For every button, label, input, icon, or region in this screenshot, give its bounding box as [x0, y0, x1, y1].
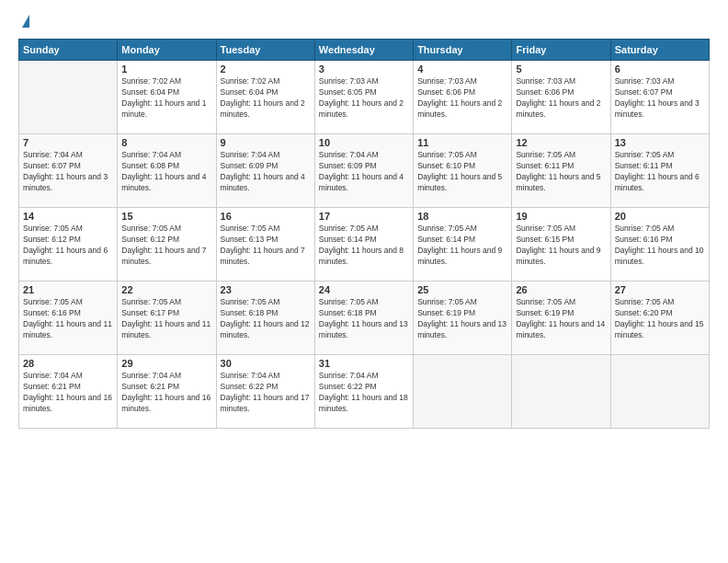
sunrise-text: Sunrise: 7:05 AM — [516, 150, 606, 161]
daylight-text: Daylight: 11 hours and 17 minutes. — [221, 393, 311, 415]
day-number: 5 — [516, 63, 606, 75]
day-number: 15 — [121, 211, 211, 222]
sunrise-text: Sunrise: 7:05 AM — [319, 224, 409, 235]
calendar-cell: 8 Sunrise: 7:04 AM Sunset: 6:08 PM Dayli… — [118, 134, 216, 208]
day-number: 30 — [221, 358, 311, 369]
calendar-cell: 5 Sunrise: 7:03 AM Sunset: 6:06 PM Dayli… — [512, 61, 610, 134]
calendar-cell — [19, 61, 118, 134]
sunset-text: Sunset: 6:09 PM — [221, 161, 311, 172]
daylight-text: Daylight: 11 hours and 5 minutes. — [417, 172, 507, 194]
calendar-cell: 25 Sunrise: 7:05 AM Sunset: 6:19 PM Dayl… — [414, 282, 512, 355]
day-number: 11 — [417, 137, 507, 148]
day-number: 20 — [615, 211, 705, 222]
sunset-text: Sunset: 6:13 PM — [221, 235, 311, 246]
day-info: Sunrise: 7:05 AM Sunset: 6:19 PM Dayligh… — [516, 297, 606, 341]
day-number: 1 — [121, 63, 211, 75]
sunset-text: Sunset: 6:22 PM — [319, 382, 409, 393]
daylight-text: Daylight: 11 hours and 4 minutes. — [121, 172, 211, 194]
weekday-header-row: SundayMondayTuesdayWednesdayThursdayFrid… — [19, 40, 710, 61]
day-number: 29 — [121, 358, 211, 369]
day-info: Sunrise: 7:05 AM Sunset: 6:13 PM Dayligh… — [221, 224, 311, 268]
day-number: 21 — [23, 284, 113, 295]
daylight-text: Daylight: 11 hours and 3 minutes. — [23, 172, 113, 194]
page: SundayMondayTuesdayWednesdayThursdayFrid… — [0, 0, 728, 563]
sunset-text: Sunset: 6:07 PM — [615, 87, 705, 98]
day-info: Sunrise: 7:05 AM Sunset: 6:19 PM Dayligh… — [417, 297, 507, 341]
sunrise-text: Sunrise: 7:03 AM — [417, 76, 507, 87]
weekday-header-sunday: Sunday — [19, 40, 118, 61]
day-number: 18 — [417, 211, 507, 222]
daylight-text: Daylight: 11 hours and 2 minutes. — [221, 98, 311, 121]
sunset-text: Sunset: 6:16 PM — [23, 308, 113, 319]
sunrise-text: Sunrise: 7:05 AM — [615, 297, 705, 308]
logo — [18, 15, 29, 29]
sunrise-text: Sunrise: 7:05 AM — [23, 297, 113, 308]
daylight-text: Daylight: 11 hours and 6 minutes. — [615, 172, 705, 194]
sunset-text: Sunset: 6:04 PM — [121, 87, 211, 98]
calendar-cell: 14 Sunrise: 7:05 AM Sunset: 6:12 PM Dayl… — [19, 208, 118, 282]
day-number: 13 — [615, 137, 705, 148]
daylight-text: Daylight: 11 hours and 2 minutes. — [417, 98, 507, 121]
sunrise-text: Sunrise: 7:04 AM — [319, 150, 409, 161]
day-number: 6 — [615, 63, 705, 75]
sunset-text: Sunset: 6:05 PM — [319, 87, 409, 98]
day-info: Sunrise: 7:05 AM Sunset: 6:16 PM Dayligh… — [23, 297, 113, 341]
day-number: 23 — [221, 284, 311, 295]
sunrise-text: Sunrise: 7:04 AM — [121, 150, 211, 161]
sunrise-text: Sunrise: 7:04 AM — [221, 371, 311, 382]
weekday-header-tuesday: Tuesday — [216, 40, 314, 61]
calendar-cell: 30 Sunrise: 7:04 AM Sunset: 6:22 PM Dayl… — [216, 355, 314, 429]
daylight-text: Daylight: 11 hours and 15 minutes. — [615, 319, 705, 341]
day-number: 3 — [319, 63, 409, 75]
day-info: Sunrise: 7:05 AM Sunset: 6:11 PM Dayligh… — [516, 150, 606, 194]
sunset-text: Sunset: 6:11 PM — [615, 161, 705, 172]
calendar-cell — [414, 355, 512, 429]
sunrise-text: Sunrise: 7:04 AM — [121, 371, 211, 382]
calendar-cell: 28 Sunrise: 7:04 AM Sunset: 6:21 PM Dayl… — [19, 355, 118, 429]
daylight-text: Daylight: 11 hours and 16 minutes. — [121, 393, 211, 415]
daylight-text: Daylight: 11 hours and 16 minutes. — [23, 393, 113, 415]
sunrise-text: Sunrise: 7:04 AM — [221, 150, 311, 161]
sunrise-text: Sunrise: 7:02 AM — [221, 76, 311, 87]
calendar-cell: 23 Sunrise: 7:05 AM Sunset: 6:18 PM Dayl… — [216, 282, 314, 355]
day-number: 28 — [23, 358, 113, 369]
calendar-cell: 10 Sunrise: 7:04 AM Sunset: 6:09 PM Dayl… — [314, 134, 413, 208]
daylight-text: Daylight: 11 hours and 11 minutes. — [23, 319, 113, 341]
day-info: Sunrise: 7:05 AM Sunset: 6:18 PM Dayligh… — [319, 297, 409, 341]
sunrise-text: Sunrise: 7:05 AM — [221, 224, 311, 235]
day-number: 24 — [319, 284, 409, 295]
day-number: 19 — [516, 211, 606, 222]
calendar-cell — [610, 355, 709, 429]
daylight-text: Daylight: 11 hours and 4 minutes. — [221, 172, 311, 194]
weekday-header-wednesday: Wednesday — [314, 40, 413, 61]
calendar-cell: 3 Sunrise: 7:03 AM Sunset: 6:05 PM Dayli… — [314, 61, 413, 134]
sunset-text: Sunset: 6:06 PM — [417, 87, 507, 98]
sunset-text: Sunset: 6:22 PM — [221, 382, 311, 393]
daylight-text: Daylight: 11 hours and 5 minutes. — [516, 172, 606, 194]
day-number: 27 — [615, 284, 705, 295]
calendar-cell: 12 Sunrise: 7:05 AM Sunset: 6:11 PM Dayl… — [512, 134, 610, 208]
calendar-body: 1 Sunrise: 7:02 AM Sunset: 6:04 PM Dayli… — [19, 61, 710, 429]
weekday-header-thursday: Thursday — [414, 40, 512, 61]
daylight-text: Daylight: 11 hours and 1 minute. — [121, 98, 211, 121]
sunrise-text: Sunrise: 7:04 AM — [23, 150, 113, 161]
calendar-week-2: 7 Sunrise: 7:04 AM Sunset: 6:07 PM Dayli… — [19, 134, 710, 208]
weekday-header-friday: Friday — [512, 40, 610, 61]
sunset-text: Sunset: 6:18 PM — [221, 308, 311, 319]
calendar-cell: 1 Sunrise: 7:02 AM Sunset: 6:04 PM Dayli… — [118, 61, 216, 134]
sunset-text: Sunset: 6:18 PM — [319, 308, 409, 319]
sunset-text: Sunset: 6:12 PM — [121, 235, 211, 246]
calendar-cell: 27 Sunrise: 7:05 AM Sunset: 6:20 PM Dayl… — [610, 282, 709, 355]
sunrise-text: Sunrise: 7:03 AM — [615, 76, 705, 87]
day-info: Sunrise: 7:05 AM Sunset: 6:14 PM Dayligh… — [319, 224, 409, 268]
calendar-cell: 9 Sunrise: 7:04 AM Sunset: 6:09 PM Dayli… — [216, 134, 314, 208]
weekday-header-saturday: Saturday — [610, 40, 709, 61]
calendar-cell: 21 Sunrise: 7:05 AM Sunset: 6:16 PM Dayl… — [19, 282, 118, 355]
calendar-cell: 4 Sunrise: 7:03 AM Sunset: 6:06 PM Dayli… — [414, 61, 512, 134]
calendar-cell: 26 Sunrise: 7:05 AM Sunset: 6:19 PM Dayl… — [512, 282, 610, 355]
calendar-week-5: 28 Sunrise: 7:04 AM Sunset: 6:21 PM Dayl… — [19, 355, 710, 429]
sunrise-text: Sunrise: 7:04 AM — [23, 371, 113, 382]
day-info: Sunrise: 7:04 AM Sunset: 6:21 PM Dayligh… — [23, 371, 113, 415]
sunset-text: Sunset: 6:15 PM — [516, 235, 606, 246]
day-info: Sunrise: 7:02 AM Sunset: 6:04 PM Dayligh… — [221, 76, 311, 121]
